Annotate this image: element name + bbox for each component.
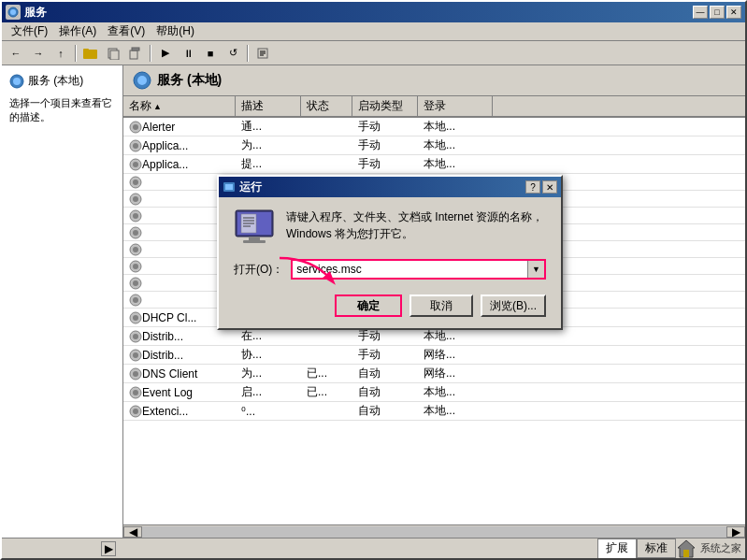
run-dialog-buttons: 确定 取消 浏览(B)... [234, 294, 546, 317]
run-dialog-description: 请键入程序、文件夹、文档或 Internet 资源的名称，Windows 将为您… [286, 208, 546, 246]
run-dialog: 运行 ? ✕ [217, 175, 563, 330]
svg-rect-57 [243, 240, 266, 243]
run-dialog-title-left: 运行 [223, 179, 262, 195]
run-dropdown-button[interactable]: ▼ [527, 261, 544, 278]
run-dialog-close-button[interactable]: ✕ [542, 180, 557, 194]
main-window: 服务 — □ ✕ 文件(F) 操作(A) 查看(V) 帮助(H) ← → ↑ ▶… [0, 0, 747, 560]
svg-rect-56 [249, 237, 260, 240]
run-dialog-controls: ? ✕ [525, 180, 557, 194]
run-dialog-title-bar: 运行 ? ✕ [219, 177, 561, 197]
run-monitor-icon [234, 208, 275, 246]
dialog-overlay: 运行 ? ✕ [2, 2, 745, 558]
run-dialog-help-button[interactable]: ? [525, 180, 540, 194]
run-dialog-top: 请键入程序、文件夹、文档或 Internet 资源的名称，Windows 将为您… [234, 208, 546, 246]
run-browse-button[interactable]: 浏览(B)... [481, 294, 546, 317]
run-dialog-body: 请键入程序、文件夹、文档或 Internet 资源的名称，Windows 将为您… [219, 197, 561, 328]
svg-rect-53 [225, 184, 233, 190]
arrow-indicator [275, 253, 350, 286]
run-cancel-button[interactable]: 取消 [409, 294, 473, 317]
run-ok-button[interactable]: 确定 [335, 294, 402, 317]
run-dialog-title: 运行 [239, 179, 262, 195]
run-dialog-icon [223, 180, 236, 194]
